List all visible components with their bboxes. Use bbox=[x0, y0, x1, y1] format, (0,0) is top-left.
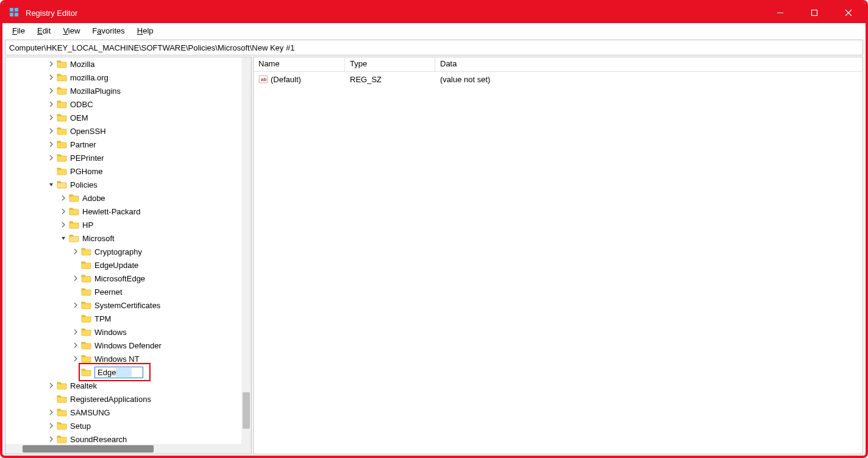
titlebar[interactable]: Registry Editor bbox=[2, 2, 866, 23]
column-name[interactable]: Name bbox=[254, 57, 345, 71]
expander-icon[interactable] bbox=[71, 301, 80, 309]
expander-icon[interactable] bbox=[71, 341, 80, 350]
folder-icon bbox=[57, 407, 68, 417]
tree-item[interactable]: MozillaPlugins bbox=[5, 84, 251, 97]
svg-rect-0 bbox=[10, 8, 13, 12]
tree-item[interactable]: mozilla.org bbox=[5, 71, 251, 84]
tree-item[interactable]: SoundResearch bbox=[5, 432, 251, 444]
expander-icon[interactable] bbox=[47, 435, 55, 443]
values-pane: Name Type Data ab(Default) REG_SZ (value… bbox=[253, 57, 863, 454]
tree-item[interactable]: PEPrinter bbox=[5, 151, 251, 164]
expander-icon bbox=[71, 314, 80, 323]
folder-icon bbox=[69, 233, 80, 243]
expander-icon[interactable] bbox=[47, 381, 55, 390]
close-button[interactable] bbox=[831, 2, 866, 23]
tree-item[interactable]: Microsoft bbox=[5, 231, 251, 245]
address-bar[interactable]: Computer\HKEY_LOCAL_MACHINE\SOFTWARE\Pol… bbox=[5, 40, 863, 55]
tree-item[interactable]: Hewlett-Packard bbox=[5, 205, 251, 218]
tree-item[interactable]: TPM bbox=[5, 312, 251, 325]
expander-icon[interactable] bbox=[47, 100, 55, 108]
tree-item[interactable]: Windows bbox=[5, 325, 251, 339]
expander-icon[interactable] bbox=[59, 207, 68, 216]
tree-item-label: MozillaPlugins bbox=[70, 86, 121, 96]
column-type[interactable]: Type bbox=[345, 57, 435, 71]
tree-item[interactable]: Mozilla bbox=[5, 57, 251, 71]
menu-fav-rest: vorites bbox=[102, 26, 125, 35]
tree-item[interactable]: SAMSUNG bbox=[5, 406, 251, 419]
expander-icon[interactable] bbox=[47, 86, 55, 95]
menu-help[interactable]: Help bbox=[131, 24, 160, 38]
value-row[interactable]: ab(Default) REG_SZ (value not set) bbox=[254, 72, 863, 86]
tree-item[interactable]: MicrosoftEdge bbox=[5, 272, 251, 285]
expander-icon[interactable] bbox=[59, 220, 68, 229]
folder-icon bbox=[69, 193, 80, 203]
tree-item[interactable]: Setup bbox=[5, 419, 251, 432]
annotation-highlight bbox=[79, 363, 151, 381]
tree-item-label: Windows NT bbox=[94, 354, 140, 364]
expander-icon[interactable] bbox=[59, 194, 68, 202]
expander-icon[interactable] bbox=[71, 354, 80, 363]
tree-item[interactable]: HP bbox=[5, 218, 251, 231]
tree-item[interactable]: SystemCertificates bbox=[5, 298, 251, 312]
folder-icon bbox=[81, 260, 92, 270]
expander-icon[interactable] bbox=[71, 328, 80, 336]
tree-item-label: SoundResearch bbox=[70, 435, 127, 444]
tree-item-label: MicrosoftEdge bbox=[94, 274, 145, 283]
tree-item[interactable]: Windows Defender bbox=[5, 339, 251, 352]
tree-item[interactable]: PGHome bbox=[5, 164, 251, 178]
expander-icon[interactable] bbox=[47, 60, 55, 68]
tree-item[interactable]: OpenSSH bbox=[5, 124, 251, 138]
tree-item-label: OEM bbox=[70, 113, 88, 122]
expander-icon[interactable] bbox=[47, 140, 55, 149]
expander-icon[interactable] bbox=[47, 127, 55, 135]
menu-view-rest: iew bbox=[68, 26, 80, 35]
minimize-button[interactable] bbox=[763, 2, 797, 23]
menu-edit[interactable]: Edit bbox=[31, 24, 57, 38]
tree-item[interactable]: Cryptography bbox=[5, 245, 251, 258]
folder-icon bbox=[57, 153, 68, 163]
tree: Mozillamozilla.orgMozillaPluginsODBCOEMO… bbox=[5, 57, 251, 444]
tree-item-label: Adobe bbox=[82, 194, 105, 203]
expander-icon[interactable] bbox=[47, 408, 55, 417]
folder-icon bbox=[57, 72, 68, 82]
menu-file[interactable]: File bbox=[6, 24, 31, 38]
expander-icon[interactable] bbox=[47, 421, 55, 430]
column-data[interactable]: Data bbox=[435, 57, 653, 71]
tree-scroll[interactable]: Mozillamozilla.orgMozillaPluginsODBCOEMO… bbox=[5, 57, 251, 444]
expander-icon[interactable] bbox=[59, 234, 68, 242]
folder-icon bbox=[57, 139, 68, 149]
folder-icon bbox=[81, 340, 92, 350]
expander-icon[interactable] bbox=[71, 247, 80, 256]
value-data: (value not set) bbox=[435, 74, 863, 85]
tree-item[interactable]: Partner bbox=[5, 138, 251, 151]
tree-item[interactable]: OEM bbox=[5, 111, 251, 124]
menu-view[interactable]: View bbox=[57, 24, 86, 38]
tree-item[interactable]: ODBC bbox=[5, 97, 251, 111]
tree-item[interactable]: Peernet bbox=[5, 285, 251, 298]
scrollbar-thumb[interactable] bbox=[23, 445, 154, 453]
folder-icon bbox=[57, 434, 68, 444]
maximize-button[interactable] bbox=[797, 2, 831, 23]
tree-item[interactable]: Policies bbox=[5, 178, 251, 191]
tree-item-label: PGHome bbox=[70, 167, 102, 176]
folder-icon bbox=[81, 314, 92, 323]
expander-icon[interactable] bbox=[47, 113, 55, 122]
expander-icon[interactable] bbox=[47, 73, 55, 82]
folder-icon bbox=[57, 180, 68, 189]
values-body[interactable]: ab(Default) REG_SZ (value not set) bbox=[254, 72, 863, 454]
menu-favorites[interactable]: Favorites bbox=[86, 24, 130, 38]
tree-item[interactable]: RegisteredApplications bbox=[5, 392, 251, 406]
scrollbar-thumb[interactable] bbox=[243, 392, 250, 429]
tree-horizontal-scrollbar[interactable] bbox=[5, 444, 251, 454]
tree-vertical-scrollbar[interactable] bbox=[241, 57, 251, 444]
expander-icon[interactable] bbox=[47, 180, 55, 189]
tree-item-label: Windows Defender bbox=[94, 341, 162, 350]
tree-item[interactable]: EdgeUpdate bbox=[5, 258, 251, 272]
tree-item-label: Cryptography bbox=[94, 247, 142, 256]
menu-help-rest: elp bbox=[143, 26, 153, 35]
string-value-icon: ab bbox=[258, 74, 268, 84]
expander-icon[interactable] bbox=[47, 153, 55, 162]
tree-item[interactable]: Adobe bbox=[5, 191, 251, 205]
expander-icon[interactable] bbox=[71, 274, 80, 283]
menu-file-rest: ile bbox=[17, 26, 25, 35]
